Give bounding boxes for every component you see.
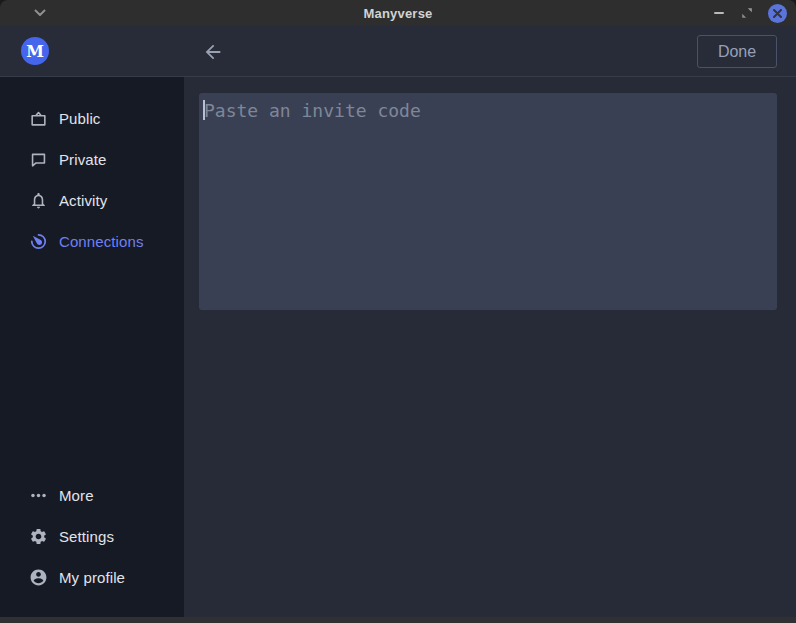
window-controls [706,0,796,26]
sidebar-item-label: More [59,487,94,504]
minimize-button[interactable] [706,0,732,26]
arrow-back-icon [202,41,224,63]
sidebar-item-label: Private [59,151,106,168]
sidebar-item-connections[interactable]: Connections [0,221,184,262]
main-content [184,77,796,617]
invite-code-input[interactable] [199,93,777,310]
close-icon [768,4,787,23]
back-button[interactable] [201,40,225,64]
sidebar-spacer [0,262,184,475]
sidebar-item-private[interactable]: Private [0,139,184,180]
sidebar-item-my-profile[interactable]: My profile [0,557,184,598]
sidebar-item-label: Public [59,110,100,127]
restore-icon [741,7,753,19]
sidebar-item-settings[interactable]: Settings [0,516,184,557]
window-bottom-border [0,617,796,623]
window-title: Manyverse [363,6,432,21]
profile-avatar-icon [28,568,48,588]
body-row: Public Private Activity [0,77,796,617]
manyverse-logo: M [21,37,49,65]
public-icon [28,109,48,129]
sidebar-item-label: My profile [59,569,125,586]
window-menu-chevron-icon[interactable] [33,7,47,19]
titlebar: Manyverse [0,0,796,26]
sidebar-item-more[interactable]: More [0,475,184,516]
close-button[interactable] [764,0,790,26]
sidebar-item-activity[interactable]: Activity [0,180,184,221]
activity-bell-icon [28,191,48,211]
settings-gear-icon [28,527,48,547]
done-button[interactable]: Done [697,35,777,68]
logo-letter: M [26,42,44,61]
manyverse-window: Manyverse M [0,0,796,623]
sidebar: Public Private Activity [0,77,184,617]
sidebar-item-label: Activity [59,192,107,209]
restore-button[interactable] [734,0,760,26]
sidebar-item-label: Settings [59,528,114,545]
private-icon [28,150,48,170]
app-header: M Done [0,26,796,77]
sidebar-item-public[interactable]: Public [0,98,184,139]
connections-icon [28,232,48,252]
more-icon [28,486,48,506]
sidebar-item-label: Connections [59,233,144,250]
minimize-icon [714,12,724,14]
